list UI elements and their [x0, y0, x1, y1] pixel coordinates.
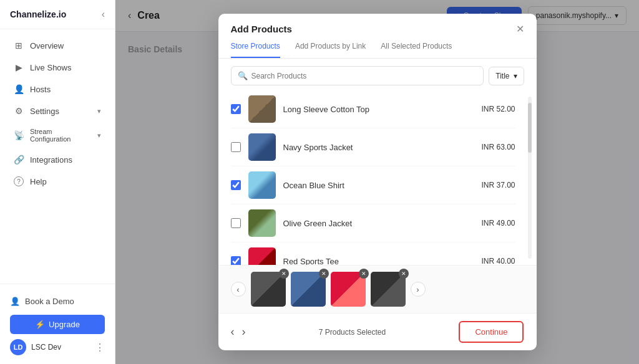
- product-row: Olive Green Jacket INR 49.00: [231, 204, 515, 242]
- integrations-icon: 🔗: [14, 155, 24, 165]
- book-demo-label: Book a Demo: [25, 297, 74, 306]
- product-price: INR 63.00: [481, 143, 515, 151]
- sort-arrow-icon: ▾: [514, 72, 517, 80]
- stream-icon: 📡: [14, 130, 24, 140]
- help-icon: ?: [14, 176, 24, 186]
- chevron-down-icon: ▾: [97, 107, 101, 115]
- next-selected-button[interactable]: ›: [411, 282, 426, 297]
- sidebar-item-label: Settings: [30, 107, 59, 116]
- book-demo-link[interactable]: 👤 Book a Demo: [10, 292, 105, 311]
- sidebar-item-hosts[interactable]: 👤 Hosts: [4, 79, 111, 100]
- product-checkbox[interactable]: [231, 180, 241, 190]
- product-name: Olive Green Jacket: [283, 219, 474, 228]
- remove-thumb-4[interactable]: ✕: [399, 269, 409, 279]
- search-icon: 🔍: [238, 71, 248, 80]
- product-list: Long Sleeve Cotton Top INR 52.00 Navy Sp…: [218, 90, 528, 265]
- sidebar: Channelize.io ‹ ⊞ Overview ▶ Live Shows …: [0, 0, 115, 364]
- live-shows-icon: ▶: [14, 62, 24, 72]
- continue-button[interactable]: Continue: [459, 321, 524, 343]
- remove-thumb-2[interactable]: ✕: [319, 269, 329, 279]
- sidebar-item-label: Overview: [30, 41, 64, 50]
- modal-footer: ‹ › 7 Products Selected Continue: [218, 313, 537, 350]
- product-name: Navy Sports Jacket: [283, 143, 474, 152]
- remove-thumb-3[interactable]: ✕: [359, 269, 369, 279]
- tab-store-products[interactable]: Store Products: [231, 42, 280, 58]
- modal-close-button[interactable]: ✕: [516, 24, 524, 34]
- selected-thumb-4: ✕: [371, 272, 406, 307]
- product-price: INR 40.00: [481, 257, 515, 265]
- overview-icon: ⊞: [14, 41, 24, 50]
- sidebar-logo: Channelize.io ‹: [0, 0, 115, 29]
- sidebar-bottom: 👤 Book a Demo ⚡ Upgrade LD LSC Dev ⋮: [0, 284, 115, 364]
- product-name: Red Sports Tee: [283, 257, 474, 266]
- sidebar-item-help[interactable]: ? Help: [4, 171, 111, 192]
- sidebar-item-overview[interactable]: ⊞ Overview: [4, 35, 111, 56]
- selected-count-label: 7 Products Selected: [319, 328, 386, 337]
- sidebar-nav: ⊞ Overview ▶ Live Shows 👤 Hosts ⚙ Settin…: [0, 29, 115, 284]
- modal-overlay: Add Products ✕ Store Products Add Produc…: [115, 0, 639, 364]
- sidebar-item-integrations[interactable]: 🔗 Integrations: [4, 149, 111, 170]
- tab-add-by-link[interactable]: Add Products by Link: [295, 42, 366, 58]
- sidebar-collapse-icon[interactable]: ‹: [102, 9, 105, 20]
- user-name: LSC Dev: [31, 343, 90, 352]
- user-menu-icon[interactable]: ⋮: [95, 342, 105, 353]
- modal-title: Add Products: [231, 24, 292, 34]
- product-thumbnail: [248, 95, 276, 123]
- avatar: LD: [10, 339, 26, 355]
- selected-thumbnails-row: ‹ ✕ ✕ ✕ ✕ ›: [218, 265, 537, 313]
- modal-tabs: Store Products Add Products by Link All …: [218, 42, 537, 59]
- product-row: Navy Sports Jacket INR 63.00: [231, 128, 515, 166]
- hosts-icon: 👤: [14, 84, 24, 94]
- product-row: Red Sports Tee INR 40.00: [231, 242, 515, 265]
- product-thumbnail: [248, 247, 276, 265]
- product-list-container: Long Sleeve Cotton Top INR 52.00 Navy Sp…: [218, 90, 537, 265]
- sidebar-item-label: Integrations: [30, 155, 72, 165]
- product-checkbox[interactable]: [231, 218, 241, 228]
- sidebar-item-label: Live Shows: [30, 63, 71, 72]
- tab-all-selected[interactable]: All Selected Products: [381, 42, 452, 58]
- product-thumbnail: [248, 209, 276, 237]
- main-content: ‹ Crea + Create a Show panasonik.myshopi…: [115, 0, 639, 364]
- prev-selected-button[interactable]: ‹: [231, 282, 246, 297]
- product-name: Ocean Blue Shirt: [283, 181, 474, 190]
- logo-text: Channelize.io: [10, 9, 66, 19]
- product-checkbox[interactable]: [231, 142, 241, 152]
- sidebar-item-live-shows[interactable]: ▶ Live Shows: [4, 57, 111, 78]
- remove-thumb-1[interactable]: ✕: [279, 269, 289, 279]
- product-checkbox[interactable]: [231, 256, 241, 265]
- selected-thumb-1: ✕: [251, 272, 286, 307]
- search-wrapper: 🔍: [231, 66, 484, 85]
- product-name: Long Sleeve Cotton Top: [283, 105, 474, 114]
- product-row: Ocean Blue Shirt INR 37.00: [231, 166, 515, 204]
- selected-thumb-3: ✕: [331, 272, 366, 307]
- sidebar-item-stream-config[interactable]: 📡 Stream Configuration ▾: [4, 122, 111, 148]
- selected-thumb-2: ✕: [291, 272, 326, 307]
- upgrade-button[interactable]: ⚡ Upgrade: [10, 315, 105, 334]
- sidebar-item-settings[interactable]: ⚙ Settings ▾: [4, 100, 111, 122]
- modal-header: Add Products ✕: [218, 14, 537, 34]
- search-bar: 🔍 Title ▾: [218, 59, 537, 90]
- product-price: INR 37.00: [481, 181, 515, 189]
- settings-icon: ⚙: [14, 106, 24, 116]
- sort-label: Title: [495, 72, 509, 80]
- sort-dropdown[interactable]: Title ▾: [489, 67, 524, 85]
- lightning-icon: ⚡: [35, 320, 45, 329]
- scrollbar[interactable]: [528, 97, 532, 259]
- product-checkbox[interactable]: [231, 104, 241, 114]
- person-icon: 👤: [10, 297, 20, 306]
- product-row: Long Sleeve Cotton Top INR 52.00: [231, 90, 515, 128]
- user-row: LD LSC Dev ⋮: [10, 334, 105, 357]
- product-thumbnail: [248, 133, 276, 161]
- next-page-button[interactable]: ›: [242, 325, 246, 338]
- sidebar-item-label: Help: [30, 177, 47, 186]
- product-price: INR 49.00: [481, 219, 515, 228]
- chevron-down-icon: ▾: [97, 132, 101, 140]
- sidebar-item-label: Hosts: [30, 85, 51, 94]
- product-thumbnail: [248, 171, 276, 199]
- sidebar-item-label: Stream Configuration: [30, 128, 91, 143]
- add-products-modal: Add Products ✕ Store Products Add Produc…: [218, 14, 537, 350]
- search-input[interactable]: [251, 72, 477, 80]
- upgrade-label: Upgrade: [49, 320, 80, 329]
- prev-page-button[interactable]: ‹: [231, 325, 235, 338]
- product-price: INR 52.00: [481, 105, 515, 113]
